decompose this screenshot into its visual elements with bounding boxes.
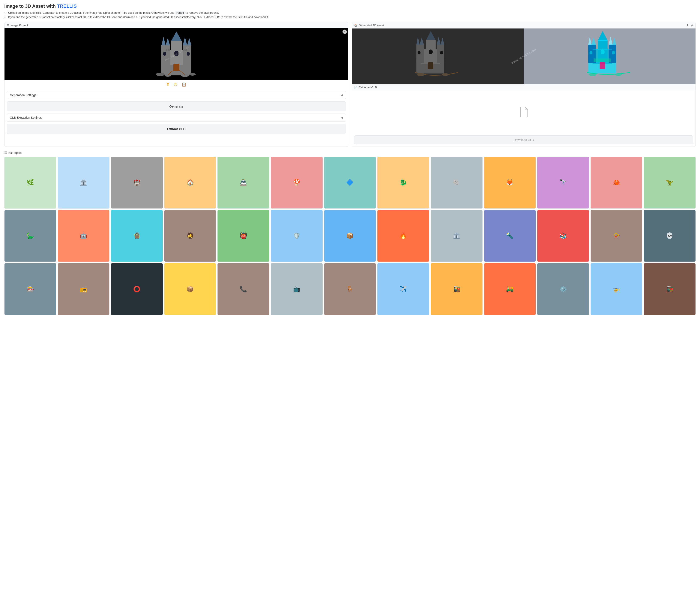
svg-rect-35 [440,51,443,54]
svg-rect-58 [612,51,615,54]
example-item[interactable]: 🐉 [377,157,429,209]
example-item[interactable]: 📚 [537,210,589,262]
download-icon-btn[interactable]: ⬇ [686,24,689,27]
example-item[interactable]: 🏰 [111,157,163,209]
asset-header-icon: 🎲 [354,24,357,27]
example-item[interactable]: 📦 [164,263,216,315]
upload-button[interactable]: ⬆ [166,82,170,87]
examples-label: Examples [8,151,21,154]
extracted-glb-label: Extracted GLB [359,86,377,89]
file-icon [520,107,528,117]
svg-rect-34 [418,51,421,54]
svg-rect-56 [601,50,604,54]
example-item[interactable]: 🔦 [484,210,536,262]
example-item[interactable]: 🛺 [484,263,536,315]
svg-marker-7 [183,37,187,46]
svg-rect-21 [185,49,187,51]
example-item[interactable]: 🏯 [217,157,269,209]
svg-point-14 [156,73,165,76]
example-item[interactable]: 📞 [217,263,269,315]
target-button[interactable]: ◎ [174,82,177,87]
svg-point-60 [615,73,622,76]
castle-3d-left-svg [352,28,524,84]
example-item[interactable]: 🚂 [644,263,696,315]
image-prompt-header: 🖼 Image Prompt [4,22,348,28]
example-item[interactable]: 🪑 [324,263,376,315]
example-item[interactable]: 📻 [58,263,110,315]
svg-point-59 [589,73,596,76]
asset-header-left: 🎲 Generated 3D Asset [354,24,384,27]
examples-grid-row2: 🦕🤖🧌🧔👹🛡️📦🔥🏛️🔦📚📯💀 [4,210,696,262]
example-item[interactable]: ⚙️ [537,263,589,315]
example-item[interactable]: ✈️ [377,263,429,315]
example-item[interactable]: 🍄 [271,157,323,209]
example-item[interactable]: 🏛️ [431,210,483,262]
svg-rect-57 [590,51,592,54]
svg-marker-9 [171,31,182,41]
trellis-link[interactable]: TRELLIS [57,3,77,9]
example-item[interactable]: 🛡️ [271,210,323,262]
svg-rect-10 [174,51,178,56]
example-item[interactable]: 🏛️ [58,157,110,209]
svg-rect-53 [598,40,607,41]
examples-header: ☰ Examples [4,151,696,154]
download-glb-button: Download GLB [354,135,693,145]
examples-grid-row3: 🎰📻⭕📦📞📺🪑✈️🚂🛺⚙️🚁🚂 [4,263,696,315]
example-item[interactable]: ⭕ [111,263,163,315]
example-item[interactable]: 💀 [644,210,696,262]
example-item[interactable]: 🦖 [644,157,696,209]
svg-rect-36 [428,62,433,69]
instructions-list: Upload an image and click "Generate" to … [4,11,696,19]
example-item[interactable]: 📺 [271,263,323,315]
glb-settings-label: GLB Extraction Settings [10,116,42,119]
title-text: Image to 3D Asset with [4,3,57,9]
examples-section: ☰ Examples 🌿🏛️🏰🏠🏯🍄🔷🐉🐘🦊🔭🦀🦖 🦕🤖🧌🧔👹🛡️📦🔥🏛️🔦📚📯… [4,151,696,315]
image-toolbar: ⬆ ◎ 📋 [4,80,348,89]
glb-settings-row[interactable]: GLB Extraction Settings ◀ [7,113,346,122]
example-item[interactable]: 🤖 [58,210,110,262]
image-prompt-label: Image Prompt [10,24,28,27]
example-item[interactable]: 🚂 [431,263,483,315]
close-button[interactable]: × [343,30,347,34]
example-item[interactable]: 🔥 [377,210,429,262]
svg-rect-33 [429,50,433,54]
example-item[interactable]: 🦊 [484,157,536,209]
svg-rect-13 [173,63,179,71]
example-item[interactable]: 👹 [217,210,269,262]
extracted-glb-area [352,90,696,133]
example-item[interactable]: 📯 [591,210,643,262]
share-icon-btn[interactable]: ⬈ [691,24,693,27]
castle-image [155,30,198,78]
example-item[interactable]: 📦 [324,210,376,262]
example-item[interactable]: 🚁 [591,263,643,315]
example-item[interactable]: 🦀 [591,157,643,209]
generate-button[interactable]: Generate [7,101,346,111]
svg-rect-18 [166,49,167,51]
generation-settings-row[interactable]: Generation Settings ◀ [7,91,346,99]
copy-button[interactable]: 📋 [181,82,186,87]
asset-header-right: ⬇ ⬈ [686,24,693,27]
asset-header-label: Generated 3D Asset [359,24,384,27]
right-panel: 🎲 Generated 3D Asset ⬇ ⬈ [352,22,696,147]
asset-viewer: WWW.ABSKOOP.COM [352,28,696,84]
example-item[interactable]: 🧌 [111,210,163,262]
asset-3d-right: WWW.ABSKOOP.COM [524,28,696,84]
example-item[interactable]: 🎰 [4,263,56,315]
svg-rect-52 [608,45,616,45]
asset-3d-left: WWW.ABSKOOP.COM [352,28,524,84]
example-item[interactable]: 🐘 [431,157,483,209]
examples-menu-icon: ☰ [4,151,7,154]
example-item[interactable]: 🔭 [537,157,589,209]
examples-grid-row1: 🌿🏛️🏰🏠🏯🍄🔷🐉🐘🦊🔭🦀🦖 [4,157,696,209]
example-item[interactable]: 🔷 [324,157,376,209]
example-item[interactable]: 🦕 [4,210,56,262]
asset-panel-header: 🎲 Generated 3D Asset ⬇ ⬈ [352,22,696,28]
extract-glb-button[interactable]: Extract GLB [7,124,346,134]
instruction-2: If you find the generated 3D asset satis… [4,16,696,19]
svg-rect-51 [588,45,596,45]
svg-marker-8 [187,38,192,46]
image-icon: 🖼 [7,24,9,27]
example-item[interactable]: 🏠 [164,157,216,209]
example-item[interactable]: 🌿 [4,157,56,209]
example-item[interactable]: 🧔 [164,210,216,262]
